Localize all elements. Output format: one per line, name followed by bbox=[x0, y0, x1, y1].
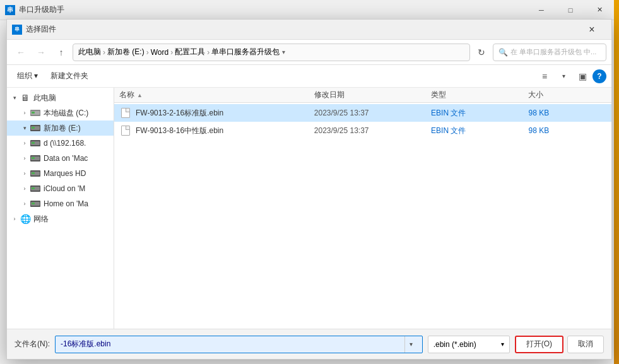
tree-panel: ▾ 🖥 此电脑 › 本地磁盘 (C:) ▾ bbox=[7, 88, 114, 329]
file-doc-icon bbox=[119, 124, 132, 137]
tree-item-cdrive[interactable]: › 本地磁盘 (C:) bbox=[7, 105, 114, 120]
svg-rect-8 bbox=[32, 142, 35, 144]
filename-label: 文件名(N): bbox=[15, 339, 50, 349]
main-area: ▾ 🖥 此电脑 › 本地磁盘 (C:) ▾ bbox=[7, 88, 611, 329]
back-button[interactable]: ← bbox=[12, 44, 30, 61]
tree-item-icloud[interactable]: › iCloud on 'M bbox=[7, 181, 114, 196]
file-list-header: 名称 ▲ 修改日期 类型 大小 bbox=[114, 88, 611, 103]
expand-icon: › bbox=[20, 140, 30, 146]
file-doc-icon bbox=[119, 107, 132, 119]
tree-item-marques[interactable]: › Marques HD bbox=[7, 166, 114, 181]
file-list-panel: 名称 ▲ 修改日期 类型 大小 bbox=[114, 88, 611, 329]
cancel-button[interactable]: 取消 bbox=[567, 336, 604, 353]
bg-minimize-button[interactable]: ─ bbox=[527, 0, 556, 20]
file-date-col: 2023/9/25 13:37 bbox=[314, 126, 431, 135]
bc-word: Word bbox=[151, 48, 168, 57]
filename-dropdown-button[interactable]: ▾ bbox=[404, 336, 417, 353]
tree-item-edrive[interactable]: ▾ 新加卷 (E:) bbox=[7, 120, 114, 136]
network-icon: 🌐 bbox=[20, 213, 31, 225]
file-type-col: EBIN 文件 bbox=[431, 126, 528, 136]
search-box[interactable]: 🔍 在 单串口服务器升级包 中... bbox=[493, 44, 606, 61]
drive-data-icon bbox=[30, 153, 41, 164]
file-name-col: FW-9013-8-16中性版.ebin bbox=[119, 124, 314, 137]
tree-label-network: 网络 bbox=[33, 214, 49, 225]
tree-item-data-mac[interactable]: › Data on 'Mac bbox=[7, 151, 114, 166]
svg-rect-20 bbox=[32, 203, 35, 204]
file-name-col: FW-9013-2-16标准版.ebin bbox=[119, 107, 314, 119]
bc-drive: 新加卷 (E:) bbox=[107, 47, 144, 57]
col-header-size[interactable]: 大小 bbox=[528, 90, 606, 100]
tree-label-thispc: 此电脑 bbox=[33, 93, 56, 103]
expand-icon: › bbox=[20, 201, 30, 207]
expand-icon: › bbox=[9, 216, 20, 222]
tree-item-network[interactable]: › 🌐 网络 bbox=[7, 211, 114, 226]
table-row[interactable]: FW-9013-2-16标准版.ebin 2023/9/25 13:37 EBI… bbox=[114, 104, 611, 122]
col-header-type[interactable]: 类型 bbox=[431, 90, 528, 100]
drive-home-icon bbox=[30, 198, 41, 209]
address-bar: ← → ↑ 此电脑 › 新加卷 (E:) › Word › 配置工具 › 单串口… bbox=[7, 40, 611, 65]
dialog-close-button[interactable]: × bbox=[577, 20, 606, 40]
bottom-bar: 文件名(N): -16标准版.ebin ▾ .ebin (*.ebin) ▾ 打… bbox=[7, 329, 611, 359]
filetype-select[interactable]: .ebin (*.ebin) ▾ bbox=[428, 336, 510, 353]
toolbar: 组织 ▾ 新建文件夹 ≡ ▾ ▣ ? bbox=[7, 65, 611, 88]
bg-title: 串口升级助手 bbox=[19, 4, 527, 15]
file-picker-dialog: 串 选择固件 × ← → ↑ 此电脑 › 新加卷 (E:) › Word › 配… bbox=[6, 19, 612, 360]
col-header-name[interactable]: 名称 ▲ bbox=[119, 90, 314, 100]
bc-config: 配置工具 bbox=[175, 47, 205, 57]
search-icon: 🔍 bbox=[498, 48, 508, 57]
expand-icon: › bbox=[20, 110, 30, 116]
svg-rect-14 bbox=[32, 172, 35, 174]
pc-icon: 🖥 bbox=[20, 92, 31, 103]
tree-item-thispc[interactable]: ▾ 🖥 此电脑 bbox=[7, 90, 114, 105]
dialog-app-icon: 串 bbox=[12, 25, 22, 35]
bg-app-icon: 串 bbox=[5, 5, 15, 15]
organize-button[interactable]: 组织 ▾ bbox=[12, 68, 43, 85]
svg-rect-17 bbox=[32, 187, 35, 189]
sort-arrow: ▲ bbox=[137, 92, 143, 98]
svg-rect-11 bbox=[32, 157, 35, 159]
dialog-title: 选择固件 bbox=[26, 24, 577, 35]
expand-icon: ▾ bbox=[9, 95, 20, 101]
tree-item-home[interactable]: › Home on 'Ma bbox=[7, 196, 114, 211]
drive-d-icon bbox=[30, 138, 41, 149]
dialog-titlebar: 串 选择固件 × bbox=[7, 20, 611, 40]
tree-label-icloud: iCloud on 'M bbox=[44, 184, 85, 193]
tree-label-ddrive: d (\\192.168. bbox=[44, 139, 86, 148]
open-button[interactable]: 打开(O) bbox=[515, 336, 563, 353]
svg-rect-2 bbox=[32, 112, 35, 114]
up-button[interactable]: ↑ bbox=[52, 44, 70, 61]
tree-label-home: Home on 'Ma bbox=[44, 199, 88, 208]
file-size-col: 98 KB bbox=[528, 109, 606, 117]
list-view-button[interactable]: ≡ bbox=[536, 68, 553, 85]
filename-value: -16标准版.ebin bbox=[61, 339, 404, 349]
expand-icon: › bbox=[20, 170, 30, 177]
drive-marques-icon bbox=[30, 168, 41, 179]
file-type-col: EBIN 文件 bbox=[431, 108, 528, 119]
new-folder-button[interactable]: 新建文件夹 bbox=[45, 68, 93, 85]
expand-icon: ▾ bbox=[20, 125, 30, 131]
filename-input[interactable]: -16标准版.ebin ▾ bbox=[55, 336, 423, 353]
drive-icloud-icon bbox=[30, 183, 41, 194]
tree-item-ddrive[interactable]: › d (\\192.168. bbox=[7, 136, 114, 151]
bg-maximize-button[interactable]: □ bbox=[556, 0, 585, 20]
file-list-body: FW-9013-2-16标准版.ebin 2023/9/25 13:37 EBI… bbox=[114, 103, 611, 329]
forward-button[interactable]: → bbox=[32, 44, 50, 61]
bc-dropdown-icon: ▾ bbox=[282, 49, 285, 56]
expand-icon: › bbox=[20, 155, 30, 161]
bc-thispc: 此电脑 bbox=[78, 47, 101, 57]
table-row[interactable]: FW-9013-8-16中性版.ebin 2023/9/25 13:37 EBI… bbox=[114, 122, 611, 139]
bc-pkg: 单串口服务器升级包 bbox=[211, 47, 280, 57]
action-buttons: 打开(O) 取消 bbox=[515, 336, 604, 353]
tree-label-data-mac: Data on 'Mac bbox=[44, 154, 88, 163]
pane-button[interactable]: ▣ bbox=[574, 68, 591, 85]
view-dropdown-button[interactable]: ▾ bbox=[555, 68, 572, 85]
drive-e-icon bbox=[30, 122, 41, 134]
file-date-col: 2023/9/25 13:37 bbox=[314, 109, 431, 117]
refresh-button[interactable]: ↻ bbox=[473, 44, 490, 61]
filetype-value: .ebin (*.ebin) bbox=[433, 340, 476, 349]
address-breadcrumb[interactable]: 此电脑 › 新加卷 (E:) › Word › 配置工具 › 单串口服务器升级包… bbox=[73, 44, 470, 61]
help-button[interactable]: ? bbox=[592, 69, 606, 83]
col-header-date[interactable]: 修改日期 bbox=[314, 90, 431, 100]
bg-close-button[interactable]: ✕ bbox=[585, 0, 614, 20]
file-size-col: 98 KB bbox=[528, 126, 606, 135]
